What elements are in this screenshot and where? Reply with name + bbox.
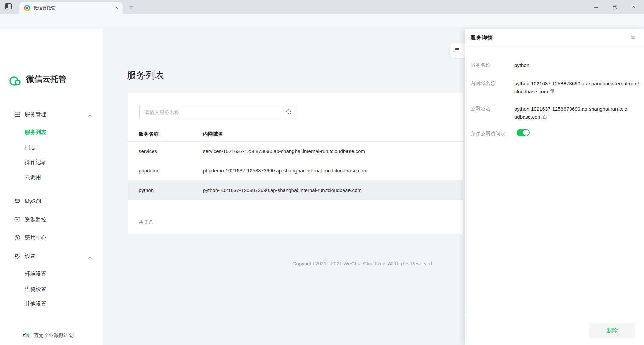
sidebar-item-label: 日志 bbox=[25, 141, 36, 153]
sidebar-item-service-list[interactable]: 服务列表 bbox=[0, 126, 103, 138]
table-row-selected[interactable]: python python-1021637-1258873690.ap-shan… bbox=[128, 181, 463, 200]
sidebar-item-label: 设置 bbox=[25, 250, 36, 262]
sidebar-item-label: 云调用 bbox=[25, 171, 41, 183]
field-label: 公网域名 bbox=[470, 105, 513, 112]
chevron-up-icon[interactable] bbox=[88, 255, 92, 261]
field-value: python-1021637-1258873690.ap-shanghai.in… bbox=[514, 80, 639, 96]
sidebar-item-resource-monitor[interactable]: 资源监控 bbox=[0, 214, 103, 226]
close-icon[interactable]: × bbox=[629, 33, 637, 42]
sidebar-logo-text: 微信云托管 bbox=[26, 74, 66, 84]
sidebar-item-label: 告警设置 bbox=[25, 283, 46, 295]
tab-strip: 微信云托管 × + × bbox=[0, 0, 644, 14]
column-header-domain: 内网域名 bbox=[203, 129, 223, 139]
panel-title: 服务详情 bbox=[470, 29, 493, 46]
panel-header: 服务详情 × bbox=[465, 29, 644, 46]
sidebar-item-billing-center[interactable]: 费用中心 bbox=[0, 232, 103, 244]
billing-icon bbox=[14, 234, 21, 241]
sidebar-item-mysql[interactable]: MySQL bbox=[0, 196, 103, 208]
total-count: 共 3 条 bbox=[139, 219, 153, 225]
document-icon bbox=[455, 48, 459, 52]
field-value: python bbox=[514, 61, 639, 69]
delete-button[interactable]: 删除 bbox=[589, 323, 635, 338]
panel-footer: 删除 bbox=[465, 316, 644, 345]
sidebar: 微信云托管 服务管理 服务列表 日志 操作记录 云调用 MySQL 资源监控 bbox=[0, 29, 103, 345]
sidebar-item-other-settings[interactable]: 其他设置 bbox=[0, 298, 103, 310]
tab-title: 微信云托管 bbox=[34, 2, 55, 14]
page-title: 服务列表 bbox=[127, 69, 164, 82]
tab-close-icon[interactable]: × bbox=[113, 5, 120, 11]
sidebar-item-label: 服务列表 bbox=[25, 126, 46, 138]
service-domain: phpdemo-1021637-1258873690.ap-shanghai.i… bbox=[203, 161, 367, 180]
window-restore-button[interactable] bbox=[607, 0, 623, 14]
sidebar-item-logs[interactable]: 日志 bbox=[0, 141, 103, 153]
service-list-card: 服务名称 内网域名 services services-1021637-1258… bbox=[128, 93, 463, 234]
site-favicon-icon bbox=[24, 5, 30, 11]
window-close-button[interactable]: × bbox=[626, 0, 641, 14]
service-domain: services-1021637-1258873690.ap-shanghai.… bbox=[203, 142, 365, 161]
database-icon bbox=[14, 198, 21, 205]
sidebar-item-env-settings[interactable]: 环境设置 bbox=[0, 268, 103, 280]
search-icon[interactable] bbox=[286, 109, 292, 117]
field-label: 允许公网访问i bbox=[470, 130, 521, 137]
table-row[interactable]: phpdemo phpdemo-1021637-1258873690.ap-sh… bbox=[128, 161, 463, 181]
sidebar-item-label: MySQL bbox=[25, 196, 43, 208]
service-name: python bbox=[139, 181, 203, 200]
promo-label: 万元企业激励计划 bbox=[34, 329, 74, 341]
service-name: services bbox=[139, 142, 203, 161]
sidebar-item-label: 费用中心 bbox=[25, 232, 46, 244]
info-icon[interactable]: i bbox=[501, 132, 505, 136]
sidebar-item-settings[interactable]: 设置 bbox=[0, 250, 103, 262]
sidebar-item-label: 服务管理 bbox=[25, 108, 46, 120]
sidebar-item-alarm-settings[interactable]: 告警设置 bbox=[0, 283, 103, 295]
browser-toolbar: ← → https://cloud.weixin.qq.com/cloudrun… bbox=[0, 14, 644, 29]
sidebar-item-label: 操作记录 bbox=[25, 156, 46, 168]
search-input[interactable] bbox=[140, 105, 297, 119]
service-domain: python-1021637-1258873690.ap-shanghai.in… bbox=[203, 181, 362, 200]
sidebar-item-label: 资源监控 bbox=[25, 214, 46, 226]
services-icon bbox=[14, 111, 21, 118]
table-row[interactable]: services services-1021637-1258873690.ap-… bbox=[128, 142, 463, 161]
chevron-up-icon[interactable] bbox=[88, 113, 92, 119]
copy-icon[interactable] bbox=[543, 115, 548, 119]
table-header: 服务名称 内网域名 bbox=[128, 129, 463, 142]
sidebar-promo[interactable]: 万元企业激励计划 bbox=[0, 329, 103, 341]
sidebar-item-service-management[interactable]: 服务管理 bbox=[0, 108, 103, 120]
field-label: 服务名称 bbox=[470, 61, 513, 68]
column-header-name: 服务名称 bbox=[139, 129, 203, 139]
sidebar-item-operation-records[interactable]: 操作记录 bbox=[0, 156, 103, 168]
service-name: phpdemo bbox=[139, 161, 203, 180]
speaker-icon bbox=[23, 332, 30, 339]
search-box bbox=[139, 105, 297, 119]
sidebar-item-cloud-call[interactable]: 云调用 bbox=[0, 171, 103, 183]
browser-tab[interactable]: 微信云托管 × bbox=[19, 2, 123, 14]
info-icon[interactable]: i bbox=[491, 81, 495, 86]
service-detail-panel: 服务详情 × 服务名称 python 内网域名i python-1021637-… bbox=[465, 29, 644, 345]
public-access-toggle[interactable] bbox=[517, 129, 530, 136]
copy-icon[interactable] bbox=[550, 89, 554, 94]
settings-gear-icon bbox=[14, 253, 21, 260]
sidebar-item-label: 环境设置 bbox=[25, 268, 46, 280]
field-value: python-1021637-1258873690.ap-shanghai.ru… bbox=[514, 105, 630, 121]
new-tab-button[interactable]: + bbox=[127, 3, 136, 12]
main-content: 服务列表 服务名称 内网域名 services services-1021637… bbox=[103, 29, 465, 345]
sidebar-item-label: 其他设置 bbox=[25, 298, 46, 310]
field-label: 内网域名i bbox=[470, 80, 513, 87]
window-minimize-button[interactable] bbox=[588, 0, 604, 14]
cloudrun-logo-icon bbox=[9, 75, 23, 87]
workspaces-icon[interactable] bbox=[5, 3, 12, 9]
monitor-icon bbox=[14, 216, 21, 223]
